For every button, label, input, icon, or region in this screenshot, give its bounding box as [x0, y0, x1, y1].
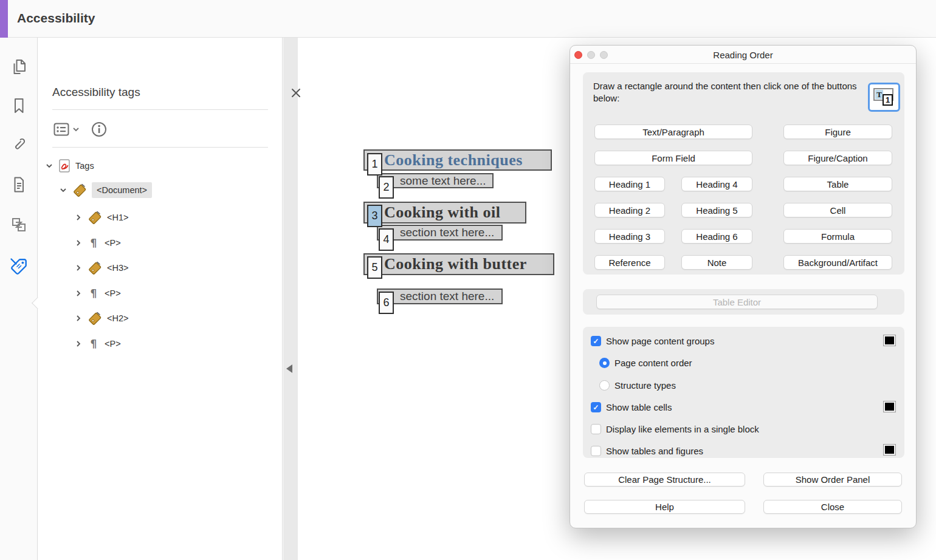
note-button[interactable]: Note	[681, 255, 752, 270]
region-text: section text here...	[400, 226, 494, 239]
region-text: Cooking with oil	[384, 203, 501, 222]
reading-order-badge-4: 4	[379, 228, 394, 251]
tree-item-p3[interactable]: ¶ <P>	[74, 336, 121, 352]
close-button[interactable]: Close	[763, 500, 902, 514]
structure-type-icon[interactable]: T 1	[868, 83, 900, 112]
clear-page-structure-button[interactable]: Clear Page Structure...	[584, 473, 745, 487]
content-region-6[interactable]: section text here...	[377, 289, 503, 304]
sidebar-button-page-thumbnails[interactable]	[9, 56, 29, 77]
chevron-right-icon[interactable]	[74, 213, 83, 222]
tree-item-document[interactable]: <Document>	[59, 182, 152, 198]
option-label: Structure types	[614, 380, 676, 391]
checkbox-unchecked-icon[interactable]	[591, 424, 601, 434]
app-header: Accessibility	[0, 0, 936, 38]
radio-selected-icon[interactable]	[599, 358, 610, 368]
divider	[52, 147, 268, 148]
divider	[52, 109, 268, 110]
content-region-3[interactable]: Cooking with oil	[363, 202, 526, 224]
radio-unselected-icon[interactable]	[599, 380, 610, 391]
text-paragraph-button[interactable]: Text/Paragraph	[594, 125, 752, 139]
checkbox-checked-icon[interactable]: ✓	[591, 402, 601, 412]
sidebar-button-attachments[interactable]	[9, 134, 29, 155]
content-page-icon	[10, 176, 28, 194]
dialog-titlebar: Reading Order	[570, 46, 916, 64]
content-region-1[interactable]: Cooking techniques	[363, 149, 552, 171]
chevron-down-icon[interactable]	[59, 186, 67, 194]
panel-title: Accessibility tags	[52, 86, 140, 99]
table-button[interactable]: Table	[783, 177, 892, 191]
collapse-panel-button[interactable]	[286, 364, 295, 374]
attachments-icon	[10, 135, 28, 154]
chevron-down-icon[interactable]	[45, 162, 53, 170]
sidebar-button-bookmarks[interactable]	[9, 95, 29, 116]
page-thumbnails-icon	[10, 58, 28, 76]
sidebar-button-tags[interactable]	[9, 255, 29, 276]
checkbox-unchecked-icon[interactable]	[591, 446, 601, 456]
tag-icon	[72, 182, 88, 198]
figure-button[interactable]: Figure	[783, 125, 892, 139]
show-order-panel-button[interactable]: Show Order Panel	[763, 473, 902, 487]
tree-item-h2[interactable]: <H2>	[74, 310, 128, 326]
reading-order-badge-5: 5	[367, 256, 382, 279]
list-options-icon	[52, 120, 71, 138]
sidebar-button-order[interactable]	[9, 214, 29, 235]
heading-1-button[interactable]: Heading 1	[594, 177, 665, 191]
region-text: Cooking techniques	[384, 151, 523, 169]
option-structure-types: Structure types	[599, 380, 676, 391]
table-editor-button[interactable]: Table Editor	[596, 295, 878, 309]
order-icon	[10, 216, 28, 234]
chevron-right-icon[interactable]	[74, 264, 83, 272]
option-show-page-content-groups: ✓ Show page content groups	[591, 336, 714, 346]
content-region-5[interactable]: Cooking with butter	[363, 253, 554, 275]
region-text: some text here...	[400, 174, 486, 188]
content-groups-color-swatch[interactable]	[883, 335, 896, 346]
paragraph-icon: ¶	[87, 338, 100, 350]
accent-bar	[0, 0, 8, 38]
display-options-group: ✓ Show page content groups Page content …	[583, 327, 904, 458]
region-text: section text here...	[400, 290, 494, 303]
tree-item-label: <H3>	[107, 263, 128, 273]
option-label: Show page content groups	[606, 336, 714, 346]
tags-panel-toolbar	[52, 118, 108, 140]
sidebar-button-content[interactable]	[9, 174, 29, 195]
tree-item-label: Tags	[75, 161, 94, 171]
form-field-button[interactable]: Form Field	[594, 151, 752, 165]
heading-4-button[interactable]: Heading 4	[681, 177, 752, 191]
table-cells-color-swatch[interactable]	[883, 401, 896, 412]
option-label: Show table cells	[606, 402, 672, 412]
heading-5-button[interactable]: Heading 5	[681, 203, 752, 217]
heading-6-button[interactable]: Heading 6	[681, 229, 752, 244]
checkbox-checked-icon[interactable]: ✓	[591, 336, 601, 346]
chevron-right-icon[interactable]	[74, 239, 83, 247]
tree-item-p1[interactable]: ¶ <P>	[74, 235, 121, 251]
background-artifact-button[interactable]: Background/Artifact	[783, 255, 892, 270]
heading-3-button[interactable]: Heading 3	[594, 229, 665, 244]
close-panel-button[interactable]	[289, 86, 303, 100]
tree-item-h3[interactable]: <H3>	[74, 260, 128, 276]
chevron-right-icon[interactable]	[74, 340, 83, 348]
info-button[interactable]	[90, 120, 108, 138]
left-sidebar-rail	[0, 38, 38, 560]
tree-item-tags-root[interactable]: Tags	[45, 158, 94, 174]
reading-order-badge-3-selected: 3	[367, 205, 382, 227]
page-title: Accessibility	[17, 11, 95, 26]
content-region-4[interactable]: section text here...	[377, 225, 503, 241]
chevron-right-icon[interactable]	[74, 289, 83, 298]
tree-item-label: <Document>	[92, 182, 152, 198]
chevron-right-icon[interactable]	[74, 314, 83, 323]
reading-order-badge-6: 6	[379, 292, 394, 314]
cell-button[interactable]: Cell	[783, 203, 892, 217]
figure-caption-button[interactable]: Figure/Caption	[783, 151, 892, 165]
bookmarks-icon	[10, 97, 28, 115]
tag-icon	[87, 310, 103, 326]
formula-button[interactable]: Formula	[783, 229, 892, 244]
close-icon	[291, 87, 301, 98]
tree-item-p2[interactable]: ¶ <P>	[74, 285, 121, 301]
reference-button[interactable]: Reference	[594, 255, 665, 270]
tree-item-h1[interactable]: <H1>	[74, 210, 128, 225]
help-button[interactable]: Help	[584, 500, 745, 514]
heading-2-button[interactable]: Heading 2	[594, 203, 665, 217]
content-region-2[interactable]: some text here...	[377, 173, 494, 188]
tag-options-button[interactable]	[52, 120, 79, 138]
tables-figures-color-swatch[interactable]	[883, 444, 896, 456]
